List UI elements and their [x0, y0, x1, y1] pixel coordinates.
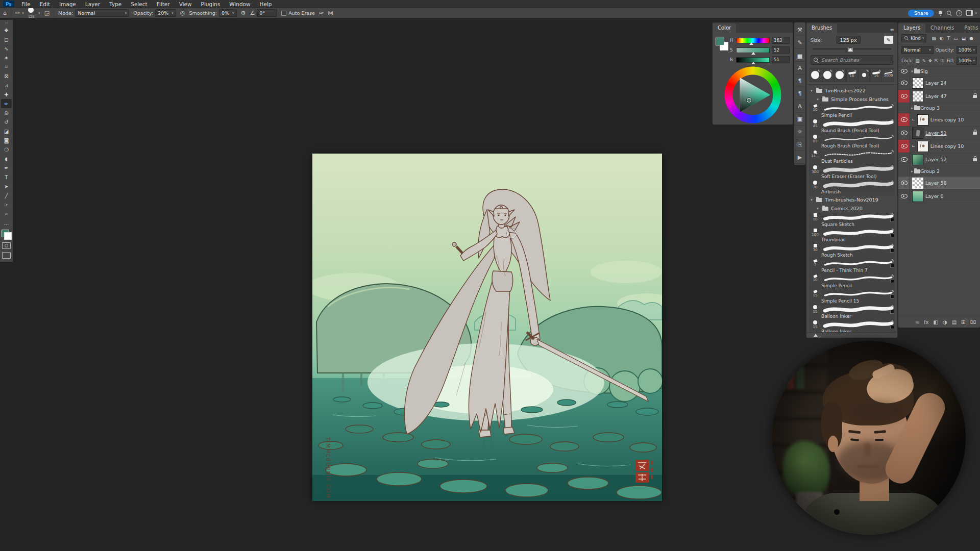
chevron-down-icon[interactable]: ▾	[38, 11, 40, 15]
tool-button[interactable]: ⌗	[1, 62, 12, 71]
lock-option-icon[interactable]: ⚿	[941, 58, 944, 64]
panel-icon-button[interactable]: A	[794, 100, 805, 113]
menu-item[interactable]: View	[179, 1, 192, 7]
layer-name[interactable]: Layer 58	[925, 180, 947, 186]
tool-button[interactable]: ╱	[1, 191, 12, 200]
channel-slider[interactable]	[736, 47, 770, 53]
panel-icon-button[interactable]: ⎘	[794, 138, 805, 151]
foreground-color-swatch[interactable]	[716, 37, 724, 45]
visibility-toggle[interactable]	[898, 177, 910, 189]
layer-row[interactable]: Layer 58	[898, 177, 980, 190]
brush-item[interactable]: 10 ✎ Simple Pencil	[810, 274, 895, 289]
brush-item[interactable]: 15 ✎ Balloon Inker	[810, 320, 895, 332]
menu-item[interactable]: Filter	[157, 1, 170, 7]
mode-dropdown[interactable]: Normal▾	[75, 9, 129, 17]
recent-brush-tile[interactable]: ✎	[810, 68, 821, 82]
layer-thumbnail[interactable]	[912, 78, 923, 89]
layer-name[interactable]: Layer 0	[925, 193, 944, 199]
tool-button[interactable]: ➤	[1, 182, 12, 191]
brush-item[interactable]: ▾ TimBrushes2022	[810, 86, 895, 95]
recent-brush-tile[interactable]: ✎	[822, 68, 834, 82]
lock-option-icon[interactable]: ✥	[928, 58, 932, 64]
tool-button[interactable]: ◻	[1, 35, 12, 44]
panel-icon-button[interactable]: ⚒	[794, 23, 805, 36]
filter-icon[interactable]: T	[947, 36, 950, 41]
layer-name[interactable]: Group 2	[920, 168, 940, 174]
pressure-size-icon[interactable]: ✑	[319, 8, 324, 18]
disclosure-icon[interactable]: ▸	[910, 106, 914, 110]
tool-button[interactable]: ✥	[1, 26, 12, 35]
color-marker[interactable]	[747, 98, 751, 103]
recent-brush-tile[interactable]: ✎	[834, 68, 846, 82]
pressure-opacity-icon[interactable]: ◎	[180, 8, 185, 18]
tool-button[interactable]: ✒	[1, 163, 12, 172]
background-color-swatch[interactable]	[4, 232, 12, 240]
brush-item[interactable]: ▾ Tim-brushes-Nov2019	[810, 195, 895, 204]
brush-item[interactable]: 15 ✎ Simple Pencil 15	[810, 289, 895, 305]
layer-row[interactable]: ▾ Sig	[898, 66, 980, 77]
smoothing-dropdown[interactable]: 0%▾	[219, 9, 237, 17]
layer-name[interactable]: Lines copy 10	[930, 143, 964, 149]
tool-button[interactable]: ❍	[1, 145, 12, 154]
panel-icon-button[interactable]: ☼	[794, 126, 805, 138]
layer-thumbnail[interactable]	[912, 178, 923, 189]
visibility-toggle[interactable]	[898, 127, 910, 139]
layer-name[interactable]: Lines copy 10	[930, 117, 964, 122]
help-icon[interactable]: ?	[956, 10, 962, 16]
layers-footer-button[interactable]: ∞	[915, 319, 919, 325]
layers-footer-button[interactable]: fx	[924, 319, 928, 325]
menu-item[interactable]: File	[21, 1, 31, 7]
layer-thumbnail[interactable]	[917, 114, 928, 126]
channel-value[interactable]: 51	[772, 56, 790, 63]
visibility-toggle[interactable]	[898, 66, 910, 76]
visibility-toggle[interactable]	[898, 166, 910, 176]
visibility-toggle[interactable]	[898, 90, 910, 103]
brush-item[interactable]: 300 ✎ Soft Eraser (Eraser Tool)	[810, 165, 895, 180]
filter-icon[interactable]: ▩	[932, 36, 936, 41]
disclosure-icon[interactable]: ▾	[816, 207, 820, 211]
filter-icon[interactable]: ▭	[953, 36, 958, 41]
menu-item[interactable]: Select	[131, 1, 147, 7]
brush-settings-button[interactable]: ✎	[884, 36, 893, 44]
toggle-brush-panel-icon[interactable]: ◲	[44, 8, 50, 18]
slider-thumb[interactable]	[751, 52, 755, 55]
tool-button[interactable]: ✶	[1, 53, 12, 62]
menu-item[interactable]: Layer	[85, 1, 100, 7]
panel-icon-button[interactable]: A	[794, 62, 805, 74]
layer-row[interactable]: Layer 51	[898, 127, 980, 140]
panel-menu-icon[interactable]: ≡	[887, 27, 897, 33]
tab-paths[interactable]: Paths	[959, 23, 980, 33]
blend-mode-dropdown[interactable]: Normal ▾	[901, 46, 934, 54]
lock-option-icon[interactable]: ▨	[916, 58, 920, 64]
slider-thumb[interactable]	[848, 47, 853, 52]
layer-row[interactable]: ⌐ Lines copy 10	[898, 113, 980, 127]
slider-thumb[interactable]	[751, 62, 755, 64]
search-icon[interactable]	[947, 11, 952, 16]
brush-item[interactable]: 45 ✎ Round Brush (Pencil Tool)	[810, 119, 895, 134]
brush-item[interactable]: ▾ Comics 2020	[816, 204, 895, 213]
size-slider[interactable]	[813, 46, 891, 52]
layer-thumbnail[interactable]	[912, 128, 923, 139]
menu-item[interactable]: Plugins	[201, 1, 220, 7]
brush-item[interactable]: 15 ✎ Balloon Inker	[810, 305, 895, 320]
lock-option-icon[interactable]: ✎	[922, 58, 926, 64]
gear-icon[interactable]: ⚙	[241, 8, 246, 18]
tab-channels[interactable]: Channels	[925, 23, 959, 33]
document-canvas[interactable]: TIMMCBURNIE.COM	[312, 154, 662, 501]
brush-item[interactable]: 7 ✎ Pencil - Think Thin 7	[810, 259, 895, 274]
lock-option-icon[interactable]: ⇱	[935, 58, 938, 64]
panel-icon-button[interactable]: ▶	[794, 151, 805, 164]
workspace-switcher[interactable]: ▾	[966, 10, 977, 16]
opacity-dropdown[interactable]: 20%▾	[155, 9, 176, 17]
layer-name[interactable]: Sig	[920, 68, 928, 74]
disclosure-icon[interactable]: ▾	[810, 198, 814, 202]
tab-layers[interactable]: Layers	[898, 23, 925, 33]
recent-brush-tile[interactable]: 10 ✎	[846, 68, 858, 82]
layers-footer-button[interactable]: ⌧	[970, 319, 976, 325]
visibility-toggle[interactable]	[898, 190, 910, 203]
layer-row[interactable]: ▸ Group 2	[898, 166, 980, 177]
tool-button[interactable]: ◪	[1, 127, 12, 136]
panel-icon-button[interactable]: ¶	[794, 74, 805, 87]
layer-thumbnail[interactable]	[912, 191, 923, 202]
tool-button[interactable]: ⌕	[1, 209, 12, 218]
